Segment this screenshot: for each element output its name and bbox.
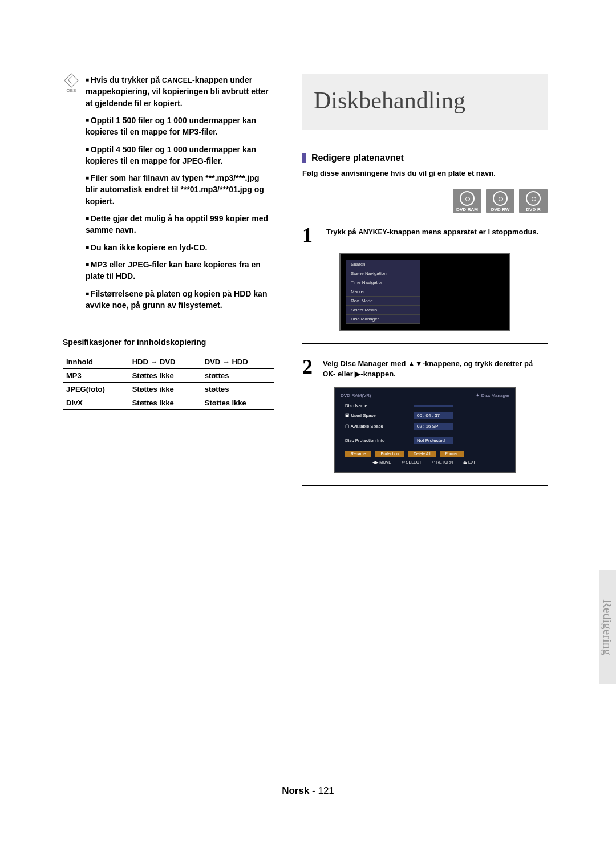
spec-heading: Spesifikasjoner for innholdskopiering [63,338,274,347]
osd-btn: Protection [375,451,404,457]
section-title-box: Diskbehandling [302,74,548,130]
heading-bar-icon [302,153,306,163]
osd-menu-item: Disc Manager [346,315,420,324]
osd-btn: Format [440,451,464,457]
badge-dvd-rw: DVD-RW [486,189,514,213]
disc-badges: DVD-RAM DVD-RW DVD-R [302,189,548,213]
osd-menu-item: Scene Navigation [346,269,420,278]
note-icon: OBS [63,74,80,93]
note-item: Opptil 4 500 filer og 1 000 undermapper … [86,144,274,167]
subheading: Redigere platenavnet [311,153,404,163]
table-row: JPEG(foto) Støttes ikke støttes [63,383,274,396]
osd-disc-manager: DVD-RAM(VR) ✦ Disc Manager Disc Name ▣ U… [334,387,516,473]
osd-menu-item: Time Navigation [346,278,420,287]
note-item: Du kan ikke kopiere en lyd-CD. [86,242,274,253]
osd-menu-item: Select Media [346,306,420,315]
side-tab: Redigering [599,570,616,684]
osd-btn: Rename [345,451,371,457]
step-2: 2 Velg Disc Manager med ▲▼-knappene, og … [302,356,548,379]
osd-btn: Delete All [408,451,436,457]
badge-dvd-r: DVD-R [519,189,548,213]
note-item: Opptil 1 500 filer og 1 000 undermapper … [86,115,274,138]
page-footer: Norsk - 121 [0,785,616,797]
spec-table: Innhold HDD → DVD DVD → HDD MP3 Støttes … [63,355,274,410]
osd-menu-item: Search [346,260,420,269]
section-title: Diskbehandling [314,87,536,114]
note-item: Filstørrelsene på platen og kopien på HD… [86,288,274,311]
table-row: MP3 Støttes ikke støttes [63,369,274,383]
notes-list: Hvis du trykker på CANCEL-knappen under … [86,74,274,317]
note-item: Filer som har filnavn av typen ***.mp3/*… [86,172,274,207]
osd-header-left: DVD-RAM(VR) [341,393,371,398]
step-1: 1 Trykk på ANYKEY-knappen mens apparatet… [302,225,548,245]
osd-menu-item: Rec. Mode [346,297,420,306]
osd-anykey-menu: Search Scene Navigation Time Navigation … [339,253,510,331]
note-item: MP3 eller JPEG-filer kan bare kopieres f… [86,259,274,282]
osd-menu-item: Marker [346,287,420,297]
note-item: Dette gjør det mulig å ha opptil 999 kop… [86,213,274,236]
osd-header-right: ✦ Disc Manager [476,393,509,398]
badge-dvd-ram: DVD-RAM [453,189,481,213]
table-row: DivX Støttes ikke Støttes ikke [63,396,274,410]
intro-text: Følg disse anvisningene hvis du vil gi e… [302,169,548,177]
note-item: Hvis du trykker på CANCEL-knappen under … [86,74,274,109]
